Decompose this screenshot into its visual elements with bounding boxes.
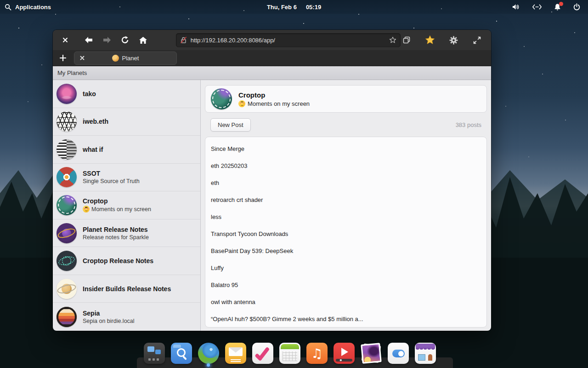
mail-icon[interactable] [225, 343, 246, 364]
sidebar-planet-item[interactable]: Croptop Release Notes [53, 247, 200, 275]
panel-time: 05:19 [306, 4, 321, 11]
planet-description: Moments on my screen [248, 100, 310, 107]
planet-subtitle: Sepia on birdie.local [83, 318, 135, 324]
new-post-button[interactable]: New Post [210, 118, 251, 132]
clock[interactable]: Thu, Feb 6 05:19 [267, 4, 321, 11]
panel-indicators [512, 3, 588, 11]
planet-subtitle: Moments on my screen [83, 206, 151, 213]
window-close-button[interactable] [59, 34, 71, 46]
url-text[interactable]: http://192.168.20.200:8086/app/ [191, 37, 385, 44]
sidebar-planet-item[interactable]: Planet Release Notes Release notes for S… [53, 219, 200, 247]
posts-toolbar: New Post 383 posts [205, 113, 487, 137]
planet-name: Croptop [83, 197, 151, 205]
planet-avatar [57, 279, 77, 299]
planet-name: tako [83, 90, 96, 98]
planets-sidebar: tako iweb.eth [53, 80, 201, 331]
close-icon [80, 56, 85, 60]
post-item[interactable]: Since Merge [205, 140, 486, 157]
tab-title: Planet [122, 55, 139, 62]
sidebar-planet-item[interactable]: what if [53, 136, 200, 164]
page-title: My Planets [53, 66, 491, 80]
tasks-icon[interactable] [252, 343, 273, 364]
applications-label: Applications [15, 4, 51, 11]
reload-icon [121, 36, 129, 44]
planet-favicon-icon [112, 55, 119, 62]
toolbar-actions [401, 34, 485, 46]
forward-button[interactable] [101, 34, 113, 46]
dock: ♫ [144, 343, 436, 364]
power-icon[interactable] [573, 3, 581, 11]
croptop-avatar [211, 88, 232, 109]
posts-list: Since Merge eth 20250203 eth retroarch c… [205, 137, 487, 328]
web-browser-icon[interactable] [198, 343, 219, 364]
sidebar-planet-item[interactable]: Sepia Sepia on birdie.local [53, 303, 200, 331]
panel-date: Thu, Feb 6 [267, 4, 297, 11]
planet-title: Croptop [238, 91, 310, 99]
appcenter-icon[interactable] [415, 343, 436, 364]
post-item[interactable]: owl with antenna [205, 293, 486, 310]
star-filled-icon [425, 35, 435, 45]
expand-icon [473, 36, 481, 44]
post-item[interactable]: Balatro 95 [205, 276, 486, 293]
sidebar-planet-item[interactable]: SSOT Single Source of Truth [53, 164, 200, 192]
post-item[interactable]: BasePaint Day 539: DeepSeek [205, 242, 486, 259]
page-content: tako iweb.eth [53, 80, 491, 331]
search-icon [5, 4, 11, 11]
volume-icon[interactable] [512, 3, 520, 11]
calendar-icon[interactable] [279, 343, 300, 364]
top-panel: Applications Thu, Feb 6 05:19 [0, 0, 588, 14]
home-icon [139, 36, 147, 44]
videos-icon[interactable] [334, 343, 355, 364]
smiling-face-with-hearts-emoji [238, 100, 245, 107]
bookmark-star-icon[interactable] [389, 36, 396, 44]
post-item[interactable]: less [205, 208, 486, 225]
planet-avatar [57, 167, 77, 187]
home-button[interactable] [137, 34, 149, 46]
posts-count: 383 posts [456, 121, 481, 128]
file-search-icon[interactable] [171, 343, 192, 364]
url-bar[interactable]: http://192.168.20.200:8086/app/ [176, 33, 401, 47]
pages-icon [402, 36, 411, 44]
sidebar-planet-item[interactable]: tako [53, 80, 200, 108]
multitasking-view-icon[interactable] [144, 343, 165, 364]
notifications-indicator[interactable] [554, 3, 561, 11]
sidebar-planet-item[interactable]: Croptop Moments on my screen [53, 191, 200, 219]
post-item[interactable]: retroarch crt shader [205, 191, 486, 208]
planet-name: Insider Builds Release Notes [83, 285, 171, 293]
wired-network-icon[interactable] [532, 4, 542, 10]
sidebar-planet-item[interactable]: iweb.eth [53, 108, 200, 136]
running-app-indicator [207, 363, 210, 367]
bookmarks-button[interactable] [424, 34, 436, 46]
post-item[interactable]: eth [205, 174, 486, 191]
plus-icon [60, 55, 66, 61]
post-item[interactable]: Transport Tycoon Downloads [205, 225, 486, 242]
planet-name: Planet Release Notes [83, 226, 149, 233]
photos-icon[interactable] [361, 343, 382, 364]
system-settings-icon[interactable] [388, 343, 409, 364]
post-item[interactable]: eth 20250203 [205, 157, 486, 174]
new-tab-button[interactable] [57, 52, 68, 63]
post-item[interactable]: Luffy [205, 259, 486, 276]
tab-planet[interactable]: Planet [74, 52, 177, 65]
planet-subtitle: Release notes for Sparkle [83, 234, 149, 241]
notification-badge [559, 2, 563, 6]
settings-button[interactable] [447, 34, 459, 46]
planet-subtitle: Single Source of Truth [83, 178, 140, 184]
reload-button[interactable] [119, 34, 131, 46]
applications-menu[interactable]: Applications [0, 4, 51, 11]
close-icon [62, 37, 68, 43]
gear-icon [449, 35, 458, 45]
planet-avatar [57, 195, 77, 215]
back-button[interactable] [83, 34, 95, 46]
planet-name: Sepia [83, 310, 135, 317]
tab-bar: Planet [53, 50, 491, 66]
sidebar-planet-item[interactable]: Insider Builds Release Notes [53, 275, 200, 303]
tab-close-button[interactable] [79, 54, 86, 62]
planet-avatar [57, 139, 77, 160]
pages-button[interactable] [401, 34, 413, 46]
music-icon[interactable]: ♫ [306, 343, 328, 364]
post-item[interactable]: “OpenAI huh? $500B? Gimme 2 weeks and $5… [205, 310, 486, 328]
fullscreen-button[interactable] [471, 34, 483, 46]
planet-avatar [57, 307, 77, 327]
planet-detail: Croptop Moments on my screen New Post 38… [201, 80, 491, 331]
